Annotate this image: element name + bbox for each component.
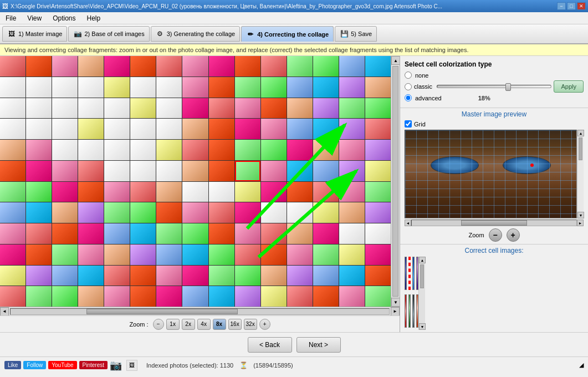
cell[interactable]	[0, 286, 25, 307]
close-button[interactable]: ✕	[577, 2, 586, 10]
cell[interactable]	[78, 223, 104, 244]
zoom-2x-button[interactable]: 2x	[182, 319, 195, 330]
collage-area[interactable]: ▲ ▼	[0, 56, 400, 307]
cell[interactable]	[235, 286, 260, 307]
cell[interactable]	[130, 266, 156, 286]
cell[interactable]	[26, 56, 52, 77]
cell[interactable]	[339, 202, 365, 223]
correct-cell-6[interactable]	[408, 294, 411, 328]
cell[interactable]	[52, 140, 78, 160]
cell[interactable]	[130, 77, 156, 98]
cell[interactable]	[209, 140, 234, 160]
cell[interactable]	[209, 286, 234, 307]
cell[interactable]	[235, 98, 260, 119]
cell[interactable]	[104, 202, 130, 223]
correct-scroll-down[interactable]: ▼	[419, 323, 426, 330]
tab-generating[interactable]: ⚙ 3) Generating the collage	[151, 26, 241, 42]
cell[interactable]	[313, 202, 339, 223]
zoom-plus-button[interactable]: +	[259, 319, 270, 330]
facebook-like-button[interactable]: Like	[4, 361, 21, 369]
tab-correcting[interactable]: ✏ 4) Correcting the collage	[241, 26, 334, 42]
cell[interactable]	[78, 119, 104, 139]
cell[interactable]	[182, 244, 208, 265]
cell[interactable]	[0, 98, 25, 119]
cell[interactable]	[339, 56, 365, 77]
cell[interactable]	[209, 161, 234, 181]
cell[interactable]	[261, 161, 287, 181]
resize-handle[interactable]: ◢	[579, 361, 584, 369]
cell[interactable]	[0, 266, 25, 286]
cell[interactable]	[339, 266, 365, 286]
cell[interactable]	[182, 182, 208, 202]
cell[interactable]	[0, 223, 25, 244]
cell[interactable]	[104, 266, 130, 286]
cell[interactable]	[287, 286, 313, 307]
cell[interactable]	[261, 140, 287, 160]
cell[interactable]	[365, 202, 391, 223]
cell[interactable]	[235, 77, 260, 98]
cell[interactable]	[182, 266, 208, 286]
cell[interactable]	[365, 244, 391, 265]
cell[interactable]	[182, 161, 208, 181]
minimize-button[interactable]: −	[557, 2, 566, 10]
cell[interactable]	[130, 98, 156, 119]
scroll-thumb[interactable]	[392, 66, 398, 297]
cell[interactable]	[209, 223, 234, 244]
cell[interactable]	[104, 119, 130, 139]
cell[interactable]	[52, 161, 78, 181]
cell[interactable]	[182, 202, 208, 223]
cell[interactable]	[339, 244, 365, 265]
cell[interactable]	[209, 56, 234, 77]
cell[interactable]	[0, 244, 25, 265]
scroll-right-button[interactable]: ►	[391, 307, 400, 316]
cell[interactable]	[365, 223, 391, 244]
cell[interactable]	[52, 223, 78, 244]
cell[interactable]	[130, 202, 156, 223]
menu-view[interactable]: View	[24, 13, 45, 23]
cell[interactable]	[78, 77, 104, 98]
cell[interactable]	[313, 266, 339, 286]
radio-none[interactable]	[405, 72, 412, 79]
cell[interactable]	[52, 98, 78, 119]
cell[interactable]	[235, 119, 260, 139]
cell[interactable]	[78, 286, 104, 307]
cell[interactable]	[287, 140, 313, 160]
cell[interactable]	[26, 286, 52, 307]
next-button[interactable]: Next >	[296, 337, 341, 353]
cell[interactable]	[313, 98, 339, 119]
cell[interactable]	[313, 77, 339, 98]
preview-scroll-thumb[interactable]	[579, 137, 582, 160]
zoom-1x-button[interactable]: 1x	[166, 319, 180, 330]
cell[interactable]	[52, 119, 78, 139]
cell[interactable]	[261, 244, 287, 265]
youtube-button[interactable]: YouTube	[48, 361, 76, 369]
classic-slider-track[interactable]	[437, 85, 551, 88]
cell[interactable]	[182, 286, 208, 307]
cell[interactable]	[0, 202, 25, 223]
cell[interactable]	[52, 202, 78, 223]
zoom-16x-button[interactable]: 16x	[228, 319, 242, 330]
pinterest-button[interactable]: Pinterest	[79, 361, 108, 369]
cell[interactable]	[339, 98, 365, 119]
cell[interactable]	[339, 119, 365, 139]
cell[interactable]	[104, 161, 130, 181]
cell[interactable]	[26, 266, 52, 286]
scroll-up-button[interactable]: ▲	[391, 56, 400, 65]
cell[interactable]	[26, 223, 52, 244]
radio-classic[interactable]	[405, 83, 412, 90]
cell[interactable]	[182, 98, 208, 119]
cell[interactable]	[261, 223, 287, 244]
cell[interactable]	[156, 266, 182, 286]
cell[interactable]	[287, 266, 313, 286]
cell[interactable]	[52, 244, 78, 265]
cell[interactable]	[26, 119, 52, 139]
cell[interactable]	[261, 266, 287, 286]
zoom-32x-button[interactable]: 32x	[244, 319, 257, 330]
cell[interactable]	[0, 161, 25, 181]
cell[interactable]	[365, 161, 391, 181]
cell[interactable]	[26, 182, 52, 202]
cell[interactable]	[156, 286, 182, 307]
cell[interactable]	[287, 56, 313, 77]
cell[interactable]	[261, 202, 287, 223]
cell[interactable]	[104, 98, 130, 119]
